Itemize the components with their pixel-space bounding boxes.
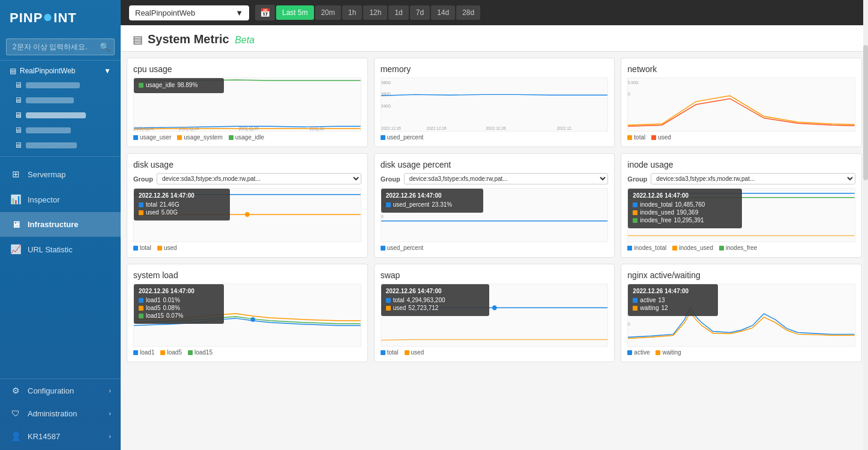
list-item[interactable]: 🖥 bbox=[11, 78, 115, 93]
system-metric-icon: ▤ bbox=[133, 33, 143, 46]
time-btn-last5m[interactable]: Last 5m bbox=[276, 5, 314, 20]
legend-label: used_percent bbox=[387, 134, 424, 141]
tooltip-label: used bbox=[146, 209, 159, 216]
sidebar-item-administration[interactable]: 🛡 Administration › bbox=[0, 402, 121, 425]
legend-dot bbox=[656, 350, 660, 355]
legend-color bbox=[633, 306, 637, 311]
chart-disk-percent: 2022.12.26 14:47:00 used_percent 23.31% … bbox=[381, 188, 609, 242]
list-item[interactable]: 🖥 bbox=[11, 93, 115, 108]
tooltip-title: 2022.12.26 14:47:00 bbox=[386, 288, 484, 294]
svg-text:0: 0 bbox=[628, 322, 630, 326]
chart-legend: total used bbox=[133, 245, 361, 251]
time-btn-12h[interactable]: 12h bbox=[363, 5, 387, 20]
svg-text:14:48:00: 14:48:00 bbox=[239, 130, 255, 131]
group-select[interactable]: device:sda3,fstype:xfs,mode:rw,pat... bbox=[157, 173, 361, 184]
app-selector-header[interactable]: ▤ RealPinpointWeb ▼ bbox=[6, 64, 115, 78]
legend-dot bbox=[719, 246, 724, 251]
metrics-grid-container[interactable]: cpu usage usage_idle 98.89% bbox=[121, 52, 868, 450]
chart-legend: total used bbox=[381, 349, 609, 356]
grid-icon: ▤ bbox=[10, 67, 16, 75]
app-selector: ▤ RealPinpointWeb ▼ 🖥 🖥 🖥 🖥 bbox=[0, 61, 121, 157]
app-selector-label: RealPinpointWeb bbox=[20, 67, 76, 75]
sidebar-item-user[interactable]: 👤 KR14587 › bbox=[0, 425, 121, 448]
tooltip-row: waiting 12 bbox=[633, 305, 713, 311]
time-btn-28d[interactable]: 28d bbox=[456, 5, 480, 20]
chart-nginx: 2022.12.26 14:47:00 active 13 waiting 12 bbox=[627, 284, 855, 347]
legend-label: usage_idle bbox=[235, 134, 264, 141]
tooltip-label: waiting bbox=[640, 305, 659, 311]
calendar-button[interactable]: 📅 bbox=[255, 5, 275, 20]
legend-item: load1 bbox=[133, 349, 154, 356]
server-icon: 🖥 bbox=[14, 111, 22, 120]
metric-card-disk-percent: disk usage percent Group device:sda3,fst… bbox=[374, 153, 615, 258]
sidebar-item-configuration[interactable]: ⚙ Configuration › bbox=[0, 379, 121, 402]
group-select[interactable]: device:sda3,fstype:xfs,mode:rw,pat... bbox=[651, 173, 855, 184]
legend-label: waiting bbox=[662, 349, 681, 356]
group-label: Group bbox=[381, 175, 400, 183]
time-btn-20m[interactable]: 20m bbox=[315, 5, 341, 20]
list-item[interactable]: 🖥 bbox=[11, 123, 115, 138]
tooltip-value: 10,295,391 bbox=[674, 217, 704, 223]
sidebar-item-label: Inspector bbox=[28, 195, 59, 204]
metrics-grid: cpu usage usage_idle 98.89% bbox=[127, 58, 862, 362]
sidebar-bottom: ⚙ Configuration › 🛡 Administration › 👤 K… bbox=[0, 379, 121, 450]
chevron-right-icon: › bbox=[109, 387, 111, 394]
tooltip-label: used_percent bbox=[393, 201, 430, 208]
tooltip-value: 0.08% bbox=[163, 305, 179, 311]
chart-inode: 2022.12.26 14:47:00 inodes_total 10,485,… bbox=[627, 188, 855, 242]
legend-item: used_percent bbox=[381, 134, 424, 141]
svg-text:340G: 340G bbox=[381, 104, 391, 108]
sidebar-item-inspector[interactable]: 📊 Inspector bbox=[0, 187, 121, 212]
legend-label: used bbox=[411, 349, 424, 356]
svg-text:14:49:4: 14:49:4 bbox=[310, 130, 323, 131]
sidebar-item-infrastructure[interactable]: 🖥 Infrastructure bbox=[0, 212, 121, 237]
legend-item: total bbox=[381, 349, 399, 356]
app-name-blurred bbox=[26, 112, 86, 118]
time-btn-1d[interactable]: 1d bbox=[388, 5, 408, 20]
legend-item: inodes_used bbox=[672, 245, 713, 251]
tooltip-row: used 52,723,712 bbox=[386, 305, 484, 311]
tooltip-value: 52,723,712 bbox=[408, 305, 438, 311]
metric-card-inode: inode usage Group device:sda3,fstype:xfs… bbox=[621, 153, 862, 258]
chart-legend: usage_user usage_system usage_idle bbox=[133, 134, 361, 141]
tooltip-title: 2022.12.26 14:47:00 bbox=[633, 192, 737, 199]
sidebar-item-servermap[interactable]: ⊞ Servermap bbox=[0, 162, 121, 187]
group-label: Group bbox=[133, 175, 153, 183]
legend-label: load1 bbox=[140, 349, 154, 356]
legend-dot bbox=[381, 350, 385, 355]
page-header: ▤ System Metric Beta bbox=[121, 25, 868, 52]
svg-text:5.00G: 5.00G bbox=[628, 81, 639, 85]
tooltip-row: usage_idle 98.89% bbox=[139, 82, 219, 88]
sidebar-item-label: URL Statistic bbox=[28, 245, 73, 254]
chart-legend: active waiting bbox=[627, 349, 855, 356]
chart-tooltip: 2022.12.26 14:47:00 total 21.46G used 5.… bbox=[134, 189, 230, 220]
legend-item: load5 bbox=[160, 349, 181, 356]
tooltip-value: 5.00G bbox=[161, 209, 178, 216]
sidebar-bottom-label: Configuration bbox=[28, 386, 74, 395]
app-dropdown[interactable]: RealPinpointWeb ▼ bbox=[129, 5, 249, 20]
chart-disk-usage: 2022.12.26 14:47:00 total 21.46G used 5.… bbox=[133, 188, 361, 242]
svg-point-26 bbox=[250, 317, 255, 322]
tooltip-row: used 5.00G bbox=[139, 209, 225, 216]
list-item[interactable]: 🖥 bbox=[11, 108, 115, 123]
legend-label: inodes_used bbox=[679, 245, 713, 251]
tooltip-label: load1 bbox=[146, 297, 160, 303]
time-btn-14d[interactable]: 14d bbox=[431, 5, 455, 20]
url-statistic-icon: 📈 bbox=[10, 244, 22, 255]
legend-item: inodes_total bbox=[627, 245, 666, 251]
scrollbar-thumb[interactable] bbox=[863, 45, 868, 180]
time-btn-7d[interactable]: 7d bbox=[410, 5, 430, 20]
time-btn-1h[interactable]: 1h bbox=[342, 5, 362, 20]
chart-tooltip: usage_idle 98.89% bbox=[134, 78, 224, 93]
legend-dot bbox=[672, 246, 677, 251]
legend-item: waiting bbox=[656, 349, 681, 356]
scrollbar-track[interactable] bbox=[863, 25, 868, 450]
sidebar-item-url-statistic[interactable]: 📈 URL Statistic bbox=[0, 237, 121, 262]
legend-item: active bbox=[627, 349, 649, 356]
search-input[interactable] bbox=[6, 38, 115, 55]
app-name-blurred bbox=[26, 127, 71, 133]
list-item[interactable]: 🖥 bbox=[11, 138, 115, 153]
chart-legend: inodes_total inodes_used inodes_free bbox=[627, 245, 855, 251]
tooltip-row: used_percent 23.31% bbox=[386, 201, 478, 208]
group-select[interactable]: device:sda3,fstype:xfs,mode:rw,pat... bbox=[404, 173, 609, 184]
